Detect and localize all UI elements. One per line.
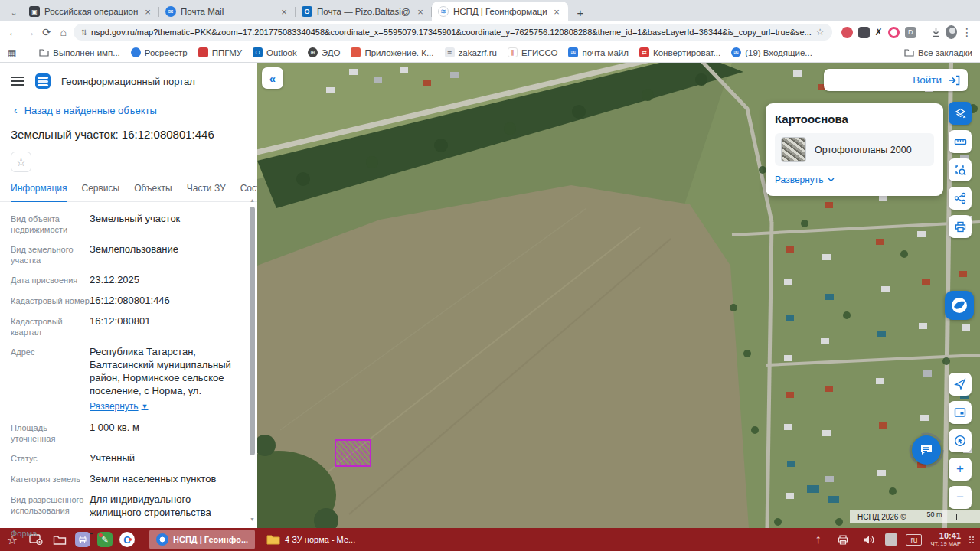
tab-close-icon[interactable]: × xyxy=(142,6,153,18)
bookmark-item[interactable]: ≣zakazrf.ru xyxy=(445,47,498,57)
tab-favicon xyxy=(438,6,449,17)
extension-icon[interactable]: ✗ xyxy=(875,27,883,38)
map-canvas[interactable]: « Войти Картооснова Ортофотопланы 2000 Р… xyxy=(257,63,980,528)
tray-expand-icon[interactable]: ↑ xyxy=(809,531,826,548)
ruler-measure-button[interactable] xyxy=(949,130,972,153)
basemap-layer-row[interactable]: Ортофотопланы 2000 xyxy=(775,133,934,166)
zoom-out-button[interactable]: − xyxy=(949,486,972,509)
extensions-row: ✗ D xyxy=(841,27,916,38)
attribute-row: Вид земельного участкаЗемлепользование xyxy=(11,243,237,266)
bookmark-item[interactable]: ∥ЕГИССО xyxy=(508,47,557,57)
scroll-up-icon[interactable]: ▲ xyxy=(250,197,255,203)
tray-app-icon[interactable] xyxy=(885,533,897,546)
cursor-circle-icon xyxy=(954,435,966,447)
back-icon[interactable]: ← xyxy=(6,24,20,41)
bookmark-item[interactable]: OOutlook xyxy=(253,47,297,57)
geolocation-button[interactable] xyxy=(949,373,972,396)
forward-icon[interactable]: → xyxy=(23,24,37,41)
bookmark-item[interactable]: Приложение. К... xyxy=(351,47,433,57)
show-desktop-handle[interactable] xyxy=(969,535,974,544)
tray-printer-icon[interactable] xyxy=(835,531,851,548)
area-search-button[interactable] xyxy=(949,158,972,181)
tab-close-icon[interactable]: × xyxy=(415,6,426,18)
menu-icon[interactable] xyxy=(11,77,24,86)
bookmark-favicon: ✉ xyxy=(568,47,578,57)
tab-information[interactable]: Информация xyxy=(11,183,67,202)
zoom-in-button[interactable]: + xyxy=(949,458,972,481)
expand-address-link[interactable]: Развернуть▼ xyxy=(90,400,149,413)
bookmark-item[interactable]: ППГМУ xyxy=(198,47,242,57)
all-bookmarks-button[interactable]: Все закладки xyxy=(904,48,972,57)
bookmark-item[interactable]: ⊕ЭДО xyxy=(308,47,341,57)
tab-search-icon[interactable]: ⌄ xyxy=(5,3,23,21)
object-info-sidebar: Геоинформационный портал ‹ Назад в найде… xyxy=(0,63,257,528)
basemap-expand-link[interactable]: Развернуть xyxy=(775,174,835,185)
basemap-panel-title: Картооснова xyxy=(775,112,934,126)
extension-icon[interactable]: D xyxy=(905,27,916,38)
scroll-down-icon[interactable]: ▼ xyxy=(250,517,255,522)
tab-objects[interactable]: Объекты xyxy=(134,183,172,201)
bookmark-item[interactable]: Выполнен имп... xyxy=(39,48,119,57)
clock[interactable]: 10:41 ЧТ, 19 МАР xyxy=(930,532,961,546)
attribution-text: НСПД 2026 © xyxy=(858,513,906,521)
bookmark-item[interactable]: ✉(19) Входящие... xyxy=(731,47,812,57)
browser-tab-2[interactable]: Почта Mail × xyxy=(159,2,296,21)
tab-services[interactable]: Сервисы xyxy=(81,183,119,201)
print-button[interactable] xyxy=(949,215,972,238)
tray-volume-icon[interactable] xyxy=(860,531,877,548)
keyboard-layout-indicator[interactable]: ru xyxy=(906,534,922,546)
browser-tabstrip: ⌄ Российская операционн... × Почта Mail … xyxy=(0,0,980,21)
tab-favicon xyxy=(302,6,312,17)
layers-icon xyxy=(954,107,967,120)
bookmark-favicon: O xyxy=(253,47,263,57)
site-info-icon[interactable]: ⇅ xyxy=(81,28,87,37)
overview-map-button[interactable] xyxy=(949,401,972,424)
app-icon-editor[interactable] xyxy=(97,532,113,547)
chevron-down-icon xyxy=(828,178,835,182)
extension-icon[interactable] xyxy=(858,27,870,38)
home-icon[interactable]: ⌂ xyxy=(57,24,70,41)
app-icon-c-browser[interactable]: C xyxy=(119,532,135,547)
browser-tab-1[interactable]: Российская операционн... × xyxy=(23,2,159,21)
apps-grid-icon[interactable]: ▦ xyxy=(8,47,17,58)
bookmark-favicon: ⊕ xyxy=(308,47,318,57)
share-button[interactable] xyxy=(949,187,972,210)
login-button[interactable]: Войти xyxy=(824,69,968,91)
browser-tab-active[interactable]: НСПД | Геоинформацион... × xyxy=(432,2,568,21)
bookmark-item[interactable]: ✉почта майл xyxy=(568,47,629,57)
new-tab-button[interactable]: + xyxy=(571,3,590,21)
identify-cursor-button[interactable] xyxy=(949,429,972,452)
back-to-results-link[interactable]: ‹ Назад в найденные объекты xyxy=(0,92,257,116)
bookmark-item[interactable]: Росреестр xyxy=(131,47,188,57)
attribute-row: Площадь уточненная1 000 кв. м xyxy=(11,421,237,444)
taskbar-window-folder[interactable]: 4 ЗУ норма - Ме... xyxy=(262,534,360,545)
tab-close-icon[interactable]: × xyxy=(279,6,289,18)
browser-menu-icon[interactable]: ⋮ xyxy=(960,24,974,41)
basemap-layer-name: Ортофотопланы 2000 xyxy=(815,145,912,155)
scrollbar-thumb[interactable] xyxy=(250,207,255,455)
browser-tab-3[interactable]: Почта — Pizo.Baltasi@tat... × xyxy=(296,2,432,21)
selected-parcel-outline[interactable] xyxy=(335,439,371,467)
collapse-sidebar-button[interactable]: « xyxy=(262,67,283,89)
sidebar-scrollbar[interactable]: ▲ ▼ xyxy=(249,197,256,522)
extension-icon[interactable] xyxy=(888,27,900,38)
tab-parcel-parts[interactable]: Части ЗУ xyxy=(187,183,226,201)
bookmark-item[interactable]: ⇄Конвертироват... xyxy=(639,47,720,57)
tab-close-icon[interactable]: × xyxy=(551,6,562,18)
extension-icon[interactable] xyxy=(841,27,853,38)
chat-assistant-button[interactable] xyxy=(909,432,944,468)
bookmark-star-icon[interactable]: ☆ xyxy=(816,27,825,37)
favorite-star-button[interactable]: ☆ xyxy=(11,152,31,172)
layers-button[interactable] xyxy=(949,102,972,125)
chevron-down-icon: ▼ xyxy=(142,400,149,413)
nspd-assistant-button[interactable] xyxy=(945,291,974,320)
attributes-list: Вид объекта недвижимостиЗемельный участо… xyxy=(0,202,257,539)
bookmark-favicon xyxy=(198,47,208,57)
downloads-icon[interactable] xyxy=(929,24,942,41)
reload-icon[interactable]: ⟳ xyxy=(40,24,54,41)
basemap-panel: Картооснова Ортофотопланы 2000 Развернут… xyxy=(766,103,943,196)
profile-avatar[interactable] xyxy=(946,25,957,39)
url-text[interactable]: nspd.gov.ru/map?thematic=PKK&zoom=17.201… xyxy=(91,28,812,37)
bookmark-favicon: ≣ xyxy=(445,47,455,57)
address-bar[interactable]: ⇅ nspd.gov.ru/map?thematic=PKK&zoom=17.2… xyxy=(74,24,832,41)
